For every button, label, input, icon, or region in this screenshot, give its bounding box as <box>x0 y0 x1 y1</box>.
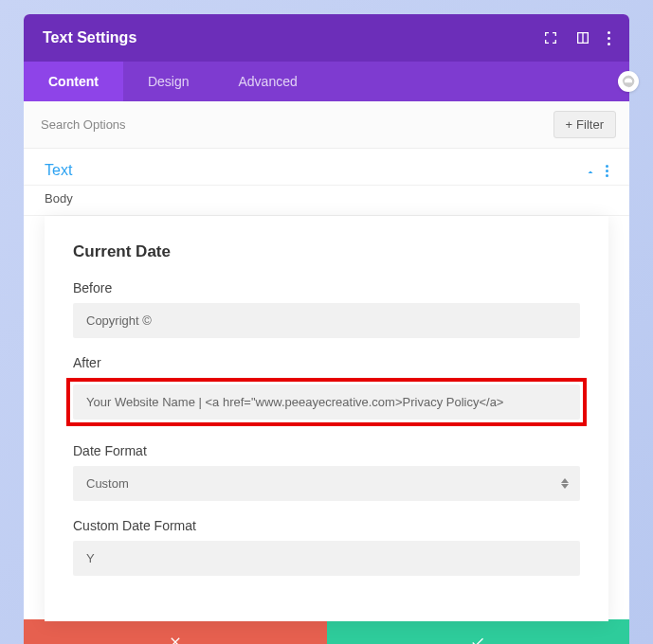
settings-modal: Text Settings Content Design Advanced Se… <box>24 14 629 644</box>
modal-title: Text Settings <box>43 29 543 46</box>
more-menu-icon[interactable] <box>608 31 610 45</box>
date-format-label: Date Format <box>73 443 580 458</box>
field-custom-date-format: Custom Date Format <box>73 518 580 576</box>
panel-title: Current Date <box>73 242 580 261</box>
field-date-format: Date Format Custom <box>73 443 580 501</box>
section-header[interactable]: Text <box>45 162 608 179</box>
tab-design[interactable]: Design <box>123 62 214 101</box>
tab-advanced[interactable]: Advanced <box>213 62 321 101</box>
current-date-panel: Current Date Before After Date Format Cu… <box>45 216 608 621</box>
header-actions <box>543 30 610 45</box>
after-input[interactable] <box>73 385 580 420</box>
tab-content[interactable]: Content <box>24 62 123 101</box>
expand-icon[interactable] <box>543 30 558 45</box>
help-icon[interactable] <box>618 71 639 92</box>
field-after: After <box>73 355 580 426</box>
plus-icon: + <box>566 117 573 132</box>
custom-date-format-input[interactable] <box>73 541 580 576</box>
field-before: Before <box>73 280 580 338</box>
save-button[interactable] <box>327 619 630 644</box>
tabs-bar: Content Design Advanced <box>24 62 629 101</box>
close-icon <box>168 635 183 644</box>
modal-footer <box>24 619 629 644</box>
columns-icon[interactable] <box>575 30 590 45</box>
search-bar: Search Options + Filter <box>24 101 629 149</box>
before-input[interactable] <box>73 303 580 338</box>
before-label: Before <box>73 280 580 295</box>
search-input[interactable]: Search Options <box>37 114 553 135</box>
body-label: Body <box>24 186 629 216</box>
text-section: Text <box>24 149 629 186</box>
cancel-button[interactable] <box>24 619 327 644</box>
filter-label: Filter <box>576 117 604 132</box>
section-more-icon[interactable] <box>606 165 608 177</box>
collapse-icon[interactable] <box>585 165 596 176</box>
after-label: After <box>73 355 580 370</box>
section-actions <box>585 165 608 177</box>
filter-button[interactable]: + Filter <box>553 111 616 138</box>
select-arrows-icon <box>561 478 569 489</box>
highlighted-box <box>66 378 587 426</box>
check-icon <box>470 635 485 644</box>
date-format-select[interactable]: Custom <box>73 466 580 501</box>
date-format-value: Custom <box>86 476 129 491</box>
custom-date-format-label: Custom Date Format <box>73 518 580 533</box>
modal-header: Text Settings <box>24 14 629 62</box>
section-title: Text <box>45 162 585 179</box>
